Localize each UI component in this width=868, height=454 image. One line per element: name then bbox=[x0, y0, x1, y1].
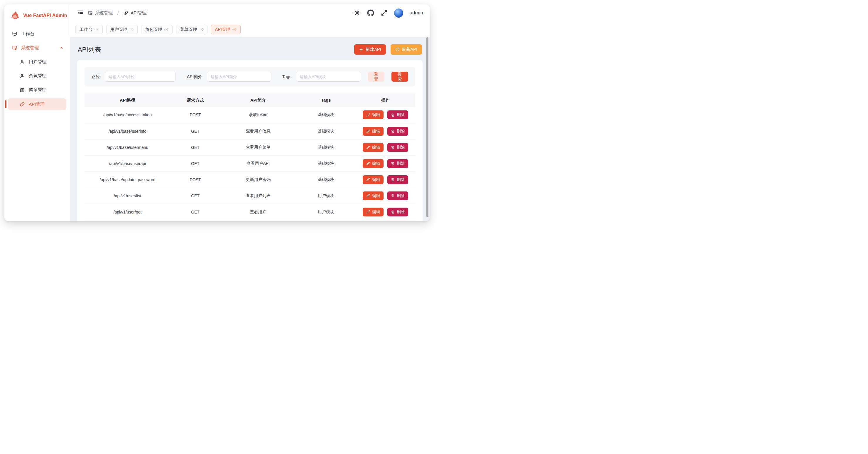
sidebar-item-api[interactable]: API管理 bbox=[8, 98, 66, 110]
edit-button[interactable]: 编辑 bbox=[363, 208, 383, 217]
delete-button[interactable]: 删除 bbox=[388, 143, 408, 152]
close-icon[interactable] bbox=[200, 28, 204, 31]
api-path-cell: /api/v1/base/usermenu bbox=[85, 139, 170, 155]
sidebar-item-menus[interactable]: 菜单管理 bbox=[8, 84, 66, 96]
api-summary-cell: 查看用户列表 bbox=[220, 188, 296, 204]
delete-button[interactable]: 删除 bbox=[388, 110, 408, 119]
sidebar-item-label: 角色管理 bbox=[29, 74, 46, 79]
sidebar-item-label: 工作台 bbox=[21, 31, 34, 37]
api-tags-cell: 基础模块 bbox=[296, 107, 355, 123]
trash-icon bbox=[391, 145, 395, 149]
collapse-sidebar-icon[interactable] bbox=[76, 9, 84, 17]
column-header-method: 请求方式 bbox=[170, 93, 220, 107]
delete-button-label: 删除 bbox=[397, 193, 405, 199]
window-gear-icon bbox=[88, 10, 93, 16]
reset-button[interactable]: 重置 bbox=[368, 72, 385, 82]
path-filter-input[interactable] bbox=[105, 72, 176, 82]
breadcrumb-system[interactable]: 系统管理 bbox=[88, 10, 113, 16]
table-row: /api/v1/base/userapi GET 查看用户API 基础模块 编辑 bbox=[85, 155, 415, 171]
api-actions-cell: 编辑 删除 bbox=[355, 171, 415, 188]
tab-label: API管理 bbox=[215, 27, 230, 32]
api-table: API路径 请求方式 API简介 Tags 操作 /api/v1/base/ac… bbox=[85, 93, 415, 220]
api-method-cell: GET bbox=[170, 139, 220, 155]
edit-button[interactable]: 编辑 bbox=[363, 143, 383, 152]
breadcrumb-label: API管理 bbox=[131, 10, 147, 16]
window-gear-icon bbox=[12, 45, 17, 51]
api-tags-cell: 用户模块 bbox=[296, 188, 355, 204]
api-tags-cell: 基础模块 bbox=[296, 139, 355, 155]
api-actions-cell: 编辑 删除 bbox=[355, 123, 415, 139]
delete-button[interactable]: 删除 bbox=[388, 175, 408, 184]
trash-icon bbox=[391, 210, 395, 214]
delete-button[interactable]: 删除 bbox=[388, 192, 408, 200]
edit-button-label: 编辑 bbox=[372, 129, 380, 134]
tab-workbench[interactable]: 工作台 bbox=[75, 25, 103, 34]
delete-button[interactable]: 删除 bbox=[388, 208, 408, 217]
api-path-cell: /api/v1/base/userinfo bbox=[85, 123, 170, 139]
breadcrumb-api[interactable]: API管理 bbox=[123, 10, 147, 16]
tab-users[interactable]: 用户管理 bbox=[106, 25, 137, 34]
summary-filter-input[interactable] bbox=[207, 72, 271, 82]
tab-menus[interactable]: 菜单管理 bbox=[176, 25, 208, 34]
vertical-scrollbar[interactable] bbox=[426, 37, 428, 217]
pencil-icon bbox=[366, 145, 370, 149]
column-header-tags: Tags bbox=[296, 93, 355, 107]
topbar-actions: admin bbox=[353, 8, 423, 18]
delete-button[interactable]: 删除 bbox=[388, 127, 408, 136]
api-path-cell: /api/v1/base/update_password bbox=[85, 171, 170, 188]
delete-button[interactable]: 删除 bbox=[388, 159, 408, 168]
sidebar-item-users[interactable]: 用户管理 bbox=[8, 56, 66, 68]
edit-button[interactable]: 编辑 bbox=[363, 110, 383, 119]
sidebar-item-label: 菜单管理 bbox=[29, 87, 46, 93]
tabbar: 工作台 用户管理 角色管理 菜单管理 API管理 bbox=[70, 22, 430, 37]
filter-bar: 路径 API简介 Tags 重置 搜索 bbox=[85, 67, 415, 86]
api-actions-cell: 编辑 删除 bbox=[355, 204, 415, 220]
tab-api[interactable]: API管理 bbox=[211, 25, 241, 34]
sidebar-item-roles[interactable]: 角色管理 bbox=[8, 70, 66, 82]
api-table-body: /api/v1/base/access_token POST 获取token 基… bbox=[85, 107, 415, 220]
link-icon bbox=[123, 10, 128, 16]
sidebar-item-system[interactable]: 系统管理 bbox=[8, 42, 66, 54]
search-button[interactable]: 搜索 bbox=[392, 72, 408, 82]
delete-button-label: 删除 bbox=[397, 145, 405, 150]
delete-button-label: 删除 bbox=[397, 177, 405, 182]
tags-filter-label: Tags bbox=[282, 74, 291, 79]
avatar[interactable] bbox=[394, 8, 403, 18]
close-icon[interactable] bbox=[233, 28, 237, 31]
tab-label: 角色管理 bbox=[145, 27, 162, 32]
sidebar-item-workbench[interactable]: 工作台 bbox=[8, 28, 66, 40]
edit-button-label: 编辑 bbox=[372, 145, 380, 150]
table-header-row: API路径 请求方式 API简介 Tags 操作 bbox=[85, 93, 415, 107]
api-method-cell: GET bbox=[170, 155, 220, 171]
breadcrumb-label: 系统管理 bbox=[95, 10, 113, 16]
pencil-icon bbox=[366, 162, 370, 165]
pencil-icon bbox=[366, 194, 370, 198]
edit-button[interactable]: 编辑 bbox=[363, 192, 383, 200]
api-summary-cell: 获取token bbox=[220, 107, 296, 123]
column-header-actions: 操作 bbox=[355, 93, 415, 107]
close-icon[interactable] bbox=[95, 28, 99, 31]
theme-sun-icon[interactable] bbox=[353, 9, 361, 17]
edit-button[interactable]: 编辑 bbox=[363, 159, 383, 168]
username[interactable]: admin bbox=[410, 10, 423, 16]
close-icon[interactable] bbox=[165, 28, 168, 31]
tags-filter-input[interactable] bbox=[296, 72, 361, 82]
fullscreen-icon[interactable] bbox=[381, 9, 388, 17]
api-path-cell: /api/v1/user/get bbox=[85, 204, 170, 220]
close-icon[interactable] bbox=[130, 28, 133, 31]
edit-button[interactable]: 编辑 bbox=[363, 175, 383, 184]
column-header-summary: API简介 bbox=[220, 93, 296, 107]
table-row: /api/v1/base/update_password POST 更新用户密码… bbox=[85, 171, 415, 188]
refresh-icon bbox=[395, 47, 400, 52]
create-api-button[interactable]: 新建API bbox=[354, 44, 385, 55]
api-actions-cell: 编辑 删除 bbox=[355, 107, 415, 123]
tab-roles[interactable]: 角色管理 bbox=[141, 25, 173, 34]
trash-icon bbox=[391, 194, 395, 198]
github-icon[interactable] bbox=[367, 9, 374, 17]
refresh-api-button[interactable]: 刷新API bbox=[391, 44, 422, 55]
edit-button[interactable]: 编辑 bbox=[363, 127, 383, 136]
topbar: 系统管理 / API管理 bbox=[70, 4, 430, 22]
edit-button-label: 编辑 bbox=[372, 161, 380, 166]
trash-icon bbox=[391, 178, 395, 181]
table-row: /api/v1/base/usermenu GET 查看用户菜单 基础模块 编辑 bbox=[85, 139, 415, 155]
